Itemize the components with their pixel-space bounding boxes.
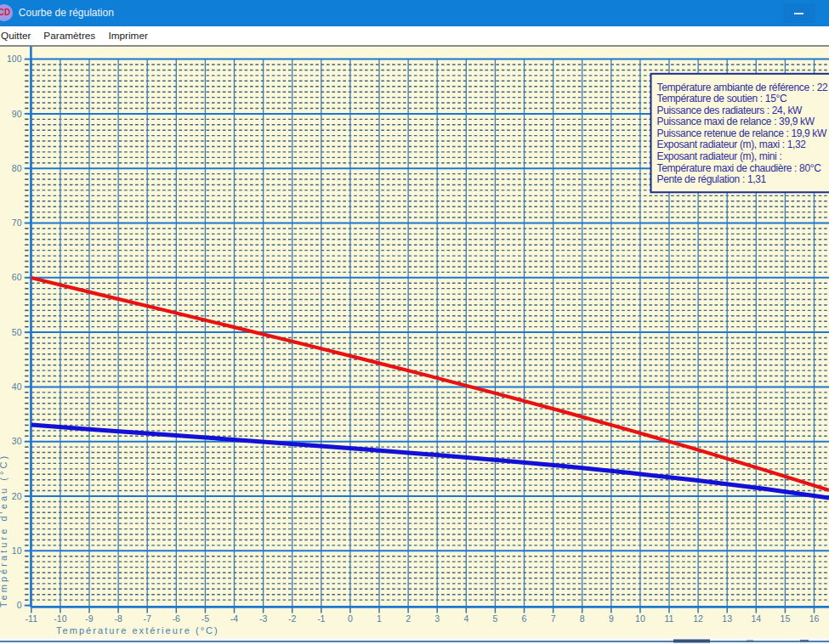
- svg-text:40: 40: [12, 381, 22, 392]
- svg-text:Température d'eau (°C): Température d'eau (°C): [0, 454, 9, 607]
- svg-text:16: 16: [809, 613, 820, 624]
- svg-text:70: 70: [12, 217, 22, 228]
- svg-text:11: 11: [665, 613, 674, 624]
- svg-text:4: 4: [463, 613, 468, 624]
- svg-text:8: 8: [580, 613, 585, 624]
- svg-text:100: 100: [7, 54, 22, 64]
- svg-text:80: 80: [12, 163, 22, 173]
- svg-text:-3: -3: [259, 613, 267, 624]
- svg-text:Exposant radiateur (m), maxi :: Exposant radiateur (m), maxi : 1,32: [657, 138, 807, 150]
- svg-text:12: 12: [693, 613, 703, 624]
- svg-text:30: 30: [12, 436, 22, 446]
- svg-text:90: 90: [12, 109, 22, 119]
- svg-text:Puissance retenue de relance :: Puissance retenue de relance : 19,9 kW: [657, 127, 828, 139]
- svg-text:Température ambiante de référe: Température ambiante de référence : 22: [657, 82, 829, 93]
- svg-text:0: 0: [17, 600, 22, 610]
- svg-text:1: 1: [377, 613, 382, 624]
- svg-text:0: 0: [348, 613, 353, 624]
- svg-text:Puissance maxi de relance : 39: Puissance maxi de relance : 39,9 kW: [657, 116, 815, 127]
- svg-text:9: 9: [609, 613, 614, 624]
- svg-text:7: 7: [551, 613, 556, 624]
- svg-text:2: 2: [406, 613, 411, 624]
- svg-text:-5: -5: [202, 613, 209, 624]
- svg-text:50: 50: [12, 327, 22, 337]
- svg-text:-11: -11: [26, 613, 38, 624]
- svg-text:Pente de régulation : 1,31: Pente de régulation : 1,31: [657, 173, 767, 185]
- svg-text:Puissance des radiateurs : 24,: Puissance des radiateurs : 24, kW: [657, 105, 803, 116]
- svg-text:-9: -9: [85, 613, 93, 624]
- svg-text:-1: -1: [317, 613, 325, 624]
- svg-text:-2: -2: [288, 613, 296, 624]
- svg-text:14: 14: [751, 613, 761, 624]
- svg-text:10: 10: [12, 545, 22, 556]
- svg-text:-6: -6: [173, 613, 180, 624]
- svg-text:20: 20: [12, 491, 22, 501]
- svg-text:6: 6: [522, 613, 527, 624]
- svg-text:Température extérieure (°C): Température extérieure (°C): [56, 625, 219, 636]
- svg-text:Température maxi de chaudière: Température maxi de chaudière : 80°C: [657, 162, 822, 174]
- svg-text:15: 15: [781, 613, 791, 624]
- svg-text:-8: -8: [114, 613, 122, 624]
- svg-text:60: 60: [12, 272, 22, 282]
- svg-text:5: 5: [492, 613, 497, 624]
- svg-text:Exposant radiateur (m), mini :: Exposant radiateur (m), mini :: [657, 150, 782, 162]
- svg-text:-4: -4: [230, 613, 238, 624]
- svg-text:13: 13: [722, 613, 732, 624]
- svg-text:-7: -7: [144, 613, 151, 624]
- svg-text:10: 10: [635, 613, 645, 624]
- svg-text:3: 3: [434, 613, 440, 624]
- svg-text:-10: -10: [54, 613, 66, 624]
- svg-text:Température de soutien : 15°C: Température de soutien : 15°C: [657, 93, 787, 105]
